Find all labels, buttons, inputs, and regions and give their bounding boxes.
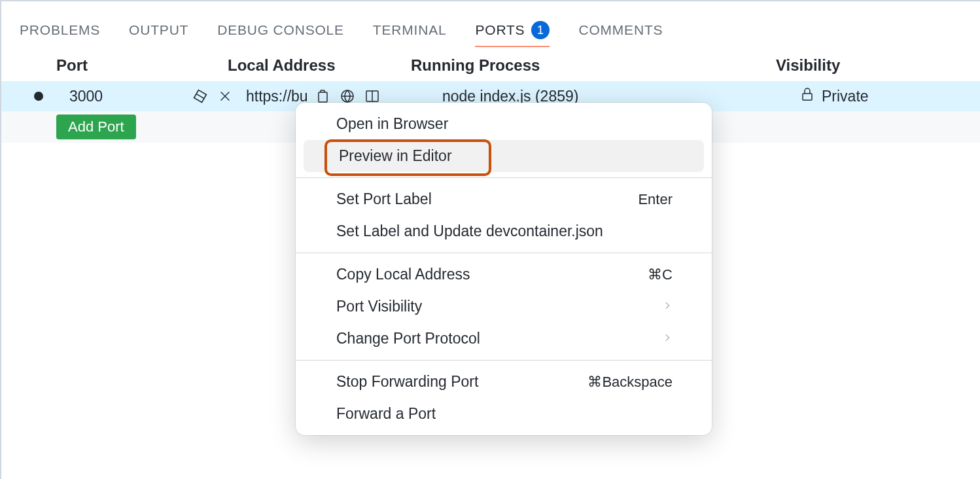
menu-stop-forwarding[interactable]: Stop Forwarding Port ⌘Backspace (301, 366, 707, 398)
menu-separator (296, 360, 712, 361)
menu-set-label-update[interactable]: Set Label and Update devcontainer.json (301, 215, 707, 247)
ports-count-badge: 1 (531, 21, 550, 39)
tab-comments[interactable]: COMMENTS (578, 16, 663, 46)
chevron-right-icon (662, 331, 673, 346)
menu-copy-local-address-shortcut: ⌘C (648, 266, 673, 283)
port-number: 3000 (69, 88, 191, 105)
port-row-actions (191, 87, 234, 105)
svg-rect-3 (803, 94, 812, 100)
chevron-right-icon (662, 299, 673, 314)
menu-open-in-browser[interactable]: Open in Browser (301, 108, 707, 140)
menu-copy-local-address-label: Copy Local Address (336, 266, 470, 283)
menu-preview-in-editor[interactable]: Preview in Editor (304, 140, 704, 172)
menu-forward-a-port[interactable]: Forward a Port (301, 398, 707, 430)
header-local-address: Local Address (228, 56, 400, 75)
local-address-text: https://bu (246, 88, 308, 105)
visibility-text: Private (822, 88, 869, 105)
menu-stop-forwarding-shortcut: ⌘Backspace (587, 374, 673, 391)
menu-port-visibility[interactable]: Port Visibility (301, 291, 707, 323)
panel-tabs: PROBLEMS OUTPUT DEBUG CONSOLE TERMINAL P… (1, 9, 980, 47)
tag-icon[interactable] (191, 87, 209, 105)
tab-debug-console[interactable]: DEBUG CONSOLE (217, 16, 344, 46)
menu-copy-local-address[interactable]: Copy Local Address ⌘C (301, 258, 707, 291)
visibility-cell: Private (764, 86, 869, 106)
tab-ports[interactable]: PORTS 1 (475, 14, 550, 47)
menu-set-port-label-label: Set Port Label (336, 190, 432, 208)
tab-problems[interactable]: PROBLEMS (20, 16, 100, 46)
menu-change-port-protocol-label: Change Port Protocol (336, 330, 480, 347)
header-port: Port (56, 56, 228, 75)
menu-preview-in-editor-label: Preview in Editor (339, 147, 452, 165)
menu-separator (296, 177, 712, 178)
port-context-menu: Open in Browser Preview in Editor Set Po… (296, 103, 712, 435)
header-visibility: Visibility (754, 56, 962, 75)
menu-forward-a-port-label: Forward a Port (336, 405, 436, 423)
menu-change-port-protocol[interactable]: Change Port Protocol (301, 323, 707, 355)
tab-ports-label: PORTS (475, 22, 525, 38)
ports-table-header: Port Local Address Running Process Visib… (1, 47, 980, 81)
menu-stop-forwarding-label: Stop Forwarding Port (336, 373, 478, 391)
menu-set-port-label-shortcut: Enter (638, 191, 673, 208)
close-icon[interactable] (216, 87, 234, 105)
menu-set-label-update-label: Set Label and Update devcontainer.json (336, 222, 603, 240)
lock-icon (799, 86, 815, 106)
tab-output[interactable]: OUTPUT (129, 16, 188, 46)
menu-separator (296, 253, 712, 253)
port-status-dot-icon (34, 92, 43, 101)
tab-terminal[interactable]: TERMINAL (373, 16, 447, 46)
header-running-process: Running Process (400, 56, 754, 75)
add-port-button[interactable]: Add Port (56, 115, 136, 139)
menu-set-port-label[interactable]: Set Port Label Enter (301, 183, 707, 215)
menu-open-in-browser-label: Open in Browser (336, 115, 448, 133)
svg-rect-0 (319, 92, 327, 102)
menu-port-visibility-label: Port Visibility (336, 298, 422, 315)
